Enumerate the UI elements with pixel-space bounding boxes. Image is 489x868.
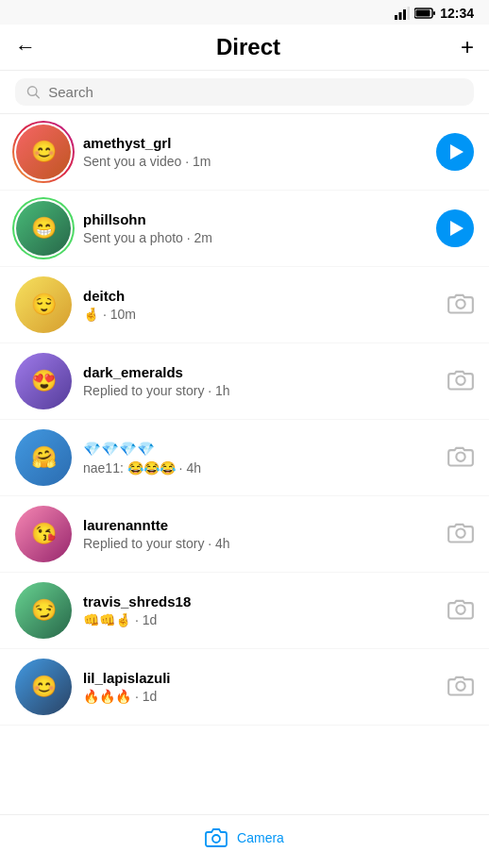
battery-icon bbox=[414, 8, 435, 19]
avatar-wrap: 😘 bbox=[15, 506, 72, 562]
conv-name: phillsohn bbox=[83, 211, 425, 227]
svg-point-9 bbox=[456, 300, 464, 309]
conv-info: 💎💎💎💎 nae11: 😂😂😂 · 4h bbox=[83, 441, 436, 476]
conv-name: laurenanntte bbox=[83, 517, 436, 533]
conv-info: travis_shreds18 👊👊🤞 · 1d bbox=[83, 593, 436, 627]
conv-name: amethyst_grl bbox=[83, 135, 425, 151]
bottom-bar: Camera bbox=[0, 814, 489, 868]
avatar-wrap: 😌 bbox=[15, 276, 72, 333]
conv-info: lil_lapislazuli 🔥🔥🔥 · 1d bbox=[83, 670, 436, 704]
avatar-wrap: 😍 bbox=[15, 353, 72, 409]
conv-message: Sent you a video · 1m bbox=[83, 154, 425, 169]
svg-point-13 bbox=[456, 606, 464, 614]
conv-message: nae11: 😂😂😂 · 4h bbox=[83, 460, 436, 476]
play-button[interactable] bbox=[436, 209, 474, 247]
status-time: 12:34 bbox=[440, 6, 474, 21]
camera-icon bbox=[447, 597, 474, 620]
avatar: 😏 bbox=[15, 582, 72, 639]
camera-button[interactable] bbox=[447, 521, 474, 547]
avatar: 😌 bbox=[15, 276, 72, 333]
camera-button[interactable] bbox=[447, 674, 474, 700]
conv-message: Replied to your story · 1h bbox=[83, 383, 436, 398]
conv-info: phillsohn Sent you a photo · 2m bbox=[83, 211, 425, 245]
list-item[interactable]: 😊 amethyst_grl Sent you a video · 1m bbox=[0, 114, 489, 191]
svg-rect-3 bbox=[408, 7, 411, 20]
search-bar bbox=[0, 71, 489, 114]
avatar-wrap: 😊 bbox=[15, 659, 72, 715]
conv-name: lil_lapislazuli bbox=[83, 670, 436, 686]
svg-rect-1 bbox=[399, 12, 402, 20]
conv-name: dark_emeralds bbox=[83, 364, 436, 380]
conversation-list: 😊 amethyst_grl Sent you a video · 1m bbox=[0, 114, 489, 726]
avatar-wrap: 😁 bbox=[15, 200, 72, 257]
svg-rect-6 bbox=[416, 10, 430, 17]
conv-name: travis_shreds18 bbox=[83, 593, 436, 609]
list-item[interactable]: 😘 laurenanntte Replied to your story · 4… bbox=[0, 496, 489, 573]
camera-icon bbox=[447, 444, 474, 467]
search-icon bbox=[26, 85, 41, 100]
camera-icon bbox=[447, 292, 474, 314]
conv-name: 💎💎💎💎 bbox=[83, 441, 436, 458]
conv-message: 👊👊🤞 · 1d bbox=[83, 612, 436, 627]
header: ← Direct + bbox=[0, 25, 489, 71]
conv-message: Replied to your story · 4h bbox=[83, 536, 436, 551]
avatar: 😊 bbox=[16, 125, 71, 179]
camera-icon bbox=[447, 674, 474, 696]
new-message-button[interactable]: + bbox=[461, 34, 474, 60]
avatar-wrap: 😊 bbox=[15, 124, 72, 180]
status-icons: 12:34 bbox=[395, 6, 474, 21]
conv-info: laurenanntte Replied to your story · 4h bbox=[83, 517, 436, 551]
avatar: 😍 bbox=[15, 353, 72, 409]
camera-icon bbox=[447, 521, 474, 543]
conv-message: 🤞 · 10m bbox=[83, 307, 436, 322]
camera-button[interactable] bbox=[447, 292, 474, 318]
svg-point-15 bbox=[212, 835, 220, 843]
list-item[interactable]: 😁 phillsohn Sent you a photo · 2m bbox=[0, 191, 489, 267]
avatar-ring: 😊 bbox=[12, 121, 75, 183]
list-item[interactable]: 😌 deitch 🤞 · 10m bbox=[0, 267, 489, 343]
conv-message: 🔥🔥🔥 · 1d bbox=[83, 689, 436, 704]
svg-line-8 bbox=[36, 94, 39, 97]
conv-info: deitch 🤞 · 10m bbox=[83, 288, 436, 322]
svg-point-14 bbox=[456, 682, 464, 691]
conv-name: deitch bbox=[83, 288, 436, 304]
camera-button[interactable] bbox=[447, 368, 474, 394]
conv-message: Sent you a photo · 2m bbox=[83, 230, 425, 245]
svg-rect-0 bbox=[395, 15, 397, 20]
status-bar: 12:34 bbox=[0, 0, 489, 25]
svg-point-11 bbox=[456, 453, 464, 461]
avatar-wrap: 😏 bbox=[15, 582, 72, 639]
avatar: 😁 bbox=[16, 201, 71, 256]
signal-icon bbox=[395, 6, 410, 21]
list-item[interactable]: 😍 dark_emeralds Replied to your story · … bbox=[0, 343, 489, 420]
camera-bottom-icon bbox=[205, 826, 228, 849]
camera-icon bbox=[447, 368, 474, 391]
avatar: 😊 bbox=[15, 659, 72, 715]
svg-rect-2 bbox=[403, 9, 406, 20]
svg-point-12 bbox=[456, 529, 464, 538]
conv-info: amethyst_grl Sent you a video · 1m bbox=[83, 135, 425, 169]
camera-button[interactable] bbox=[447, 597, 474, 624]
avatar-wrap: 🤗 bbox=[15, 429, 72, 486]
avatar: 😘 bbox=[15, 506, 72, 562]
avatar: 🤗 bbox=[15, 429, 72, 486]
back-button[interactable]: ← bbox=[15, 35, 36, 59]
list-item[interactable]: 😊 lil_lapislazuli 🔥🔥🔥 · 1d bbox=[0, 649, 489, 726]
search-container[interactable] bbox=[15, 78, 474, 106]
camera-label[interactable]: Camera bbox=[237, 830, 284, 845]
camera-button[interactable] bbox=[447, 444, 474, 471]
avatar-ring: 😁 bbox=[12, 197, 75, 259]
svg-rect-5 bbox=[433, 11, 435, 15]
svg-point-10 bbox=[456, 376, 464, 385]
page-title: Direct bbox=[216, 34, 280, 60]
list-item[interactable]: 😏 travis_shreds18 👊👊🤞 · 1d bbox=[0, 573, 489, 649]
list-item[interactable]: 🤗 💎💎💎💎 nae11: 😂😂😂 · 4h bbox=[0, 420, 489, 496]
play-button[interactable] bbox=[436, 133, 474, 171]
search-input[interactable] bbox=[48, 84, 463, 100]
conv-info: dark_emeralds Replied to your story · 1h bbox=[83, 364, 436, 398]
